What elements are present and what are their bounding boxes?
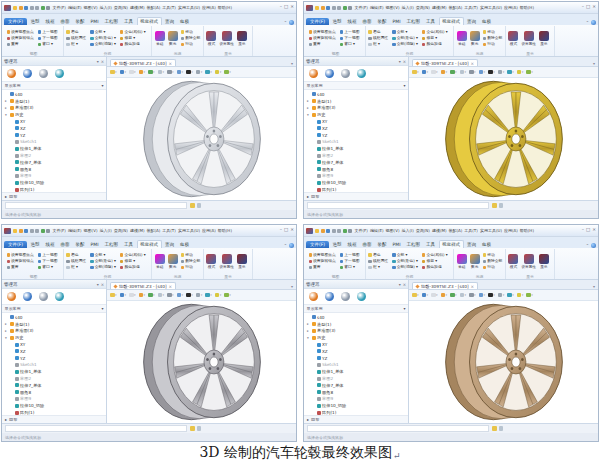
regen-icon[interactable] [343, 6, 347, 10]
display-mode-button[interactable]: 模式 [508, 31, 518, 46]
background-color-icon[interactable]: ▾ [488, 293, 495, 298]
section-view-icon[interactable]: ▾ [148, 293, 155, 298]
tree-item[interactable]: s40 [304, 91, 408, 98]
menu-item[interactable]: 视图(V) [385, 5, 400, 10]
light-toggle-icon[interactable]: ▾ [215, 293, 222, 298]
display-button[interactable]: 显示 [539, 31, 549, 46]
ribbon-tab[interactable]: 造型 [330, 18, 344, 26]
ribbon-tab[interactable]: 装配 [375, 241, 389, 249]
tree-item[interactable]: XY [2, 118, 106, 125]
tree-item[interactable]: 草图2 [304, 152, 408, 159]
color-enhance-button[interactable]: 颜色加强 [422, 264, 448, 270]
menu-item[interactable]: 查询(N) [113, 5, 128, 10]
tree-filter-label[interactable]: 显示常用 [307, 306, 323, 311]
tree-item[interactable]: ▾历史 [2, 111, 106, 118]
open-file-icon[interactable] [19, 229, 23, 233]
panel-close-icon[interactable]: × [403, 282, 406, 287]
shade-mode-icon[interactable]: ▾ [120, 70, 127, 75]
menu-item[interactable]: 查询(N) [113, 228, 128, 233]
list-filter-icon[interactable] [499, 426, 504, 431]
assembly-manager-icon[interactable] [325, 69, 334, 78]
pattern-display-icon[interactable]: ▾ [196, 70, 203, 75]
tree-item[interactable]: 草图9 [304, 173, 408, 180]
document-tab[interactable]: 轮毂-309T5E.Z3 - [s40] × [110, 59, 176, 66]
ribbon-tab[interactable]: 装配 [375, 18, 389, 26]
base-light-button[interactable]: 基础 [155, 31, 165, 46]
replay-bar[interactable]: ▸ 回放 [304, 192, 408, 200]
document-tab[interactable]: 轮毂-309T5E.Z3 - [s40] × [412, 59, 478, 66]
light-action-button[interactable]: 行动 [181, 41, 201, 47]
minimize-button[interactable]: – [582, 5, 584, 10]
model-viewport[interactable] [107, 78, 296, 200]
tree-item[interactable]: ▸基准面(3) [304, 328, 408, 335]
menu-item[interactable]: 文件(F) [52, 228, 66, 233]
regen-icon[interactable] [41, 229, 45, 233]
tree-item[interactable]: ▸造型(1) [2, 321, 106, 328]
menu-item[interactable]: 插入(I) [401, 5, 414, 10]
light-toggle-icon[interactable]: ▾ [215, 70, 222, 75]
ribbon-tab[interactable]: 曲面 [360, 241, 374, 249]
new-file-icon[interactable] [13, 6, 17, 10]
grid-display-icon[interactable]: ▾ [460, 293, 467, 298]
section-view-icon[interactable]: ▾ [148, 70, 155, 75]
menu-item[interactable]: 建模(M) [431, 228, 447, 233]
replay-bar[interactable]: ▸ 回放 [304, 415, 408, 423]
close-button[interactable]: × [592, 5, 596, 10]
save-icon[interactable] [326, 6, 330, 10]
menu-item[interactable]: 视图(V) [385, 228, 400, 233]
sketch-display-icon[interactable]: ▾ [469, 293, 476, 298]
view-manager-icon[interactable] [39, 69, 48, 78]
tree-item[interactable]: 圆角8 [2, 166, 106, 173]
tree-item[interactable]: ▾历史 [304, 111, 408, 118]
ribbon-tab[interactable]: 查询 [465, 18, 479, 26]
hidden-line-icon[interactable]: ▾ [139, 70, 146, 75]
menu-item[interactable]: 建模(M) [129, 5, 145, 10]
datum-display-icon[interactable]: ▾ [177, 293, 184, 298]
menu-item[interactable]: 视图(V) [83, 5, 98, 10]
wireframe-mode-icon[interactable]: ▾ [129, 70, 136, 75]
base-light-button[interactable]: 基础 [457, 31, 467, 46]
visual-manager-icon[interactable] [357, 292, 366, 301]
tree-item[interactable]: 拉伸10_切除 [2, 402, 106, 409]
view-manager-icon[interactable] [341, 69, 350, 78]
menu-item[interactable]: 应用(A) [503, 5, 518, 10]
document-tab[interactable]: 轮毂-309T5E.Z3 - [s40] × [110, 282, 176, 289]
tree-item[interactable]: XY [304, 341, 408, 348]
tree-item[interactable]: XZ [2, 348, 106, 355]
light-toggle-icon[interactable]: ▾ [517, 70, 524, 75]
save-icon[interactable] [24, 229, 28, 233]
ribbon-tab[interactable]: 线框 [43, 18, 57, 26]
close-button[interactable]: × [592, 228, 596, 233]
menu-item[interactable]: 建模(M) [129, 228, 145, 233]
save-icon[interactable] [326, 229, 330, 233]
tab-close-icon[interactable]: × [471, 284, 475, 289]
tree-item[interactable]: ▸基准面(3) [304, 105, 408, 112]
frame-button[interactable]: 框 ▾ [368, 41, 388, 47]
tree-item[interactable]: ▸造型(1) [2, 98, 106, 105]
menu-item[interactable]: 实用工具(U) [479, 5, 502, 10]
wireframe-mode-icon[interactable]: ▾ [431, 293, 438, 298]
history-manager-icon[interactable] [309, 69, 318, 78]
tree-item[interactable]: ▾历史 [2, 334, 106, 341]
tree-item[interactable]: 拉伸7_基体 [304, 382, 408, 389]
tree-item[interactable]: 草图2 [304, 375, 408, 382]
ribbon-tab[interactable]: 电极 [480, 18, 494, 26]
tree-filter-arrow-icon[interactable]: ▾ [403, 306, 405, 311]
tree-item[interactable]: Sketch1 [304, 139, 408, 146]
ribbon-tab[interactable]: 造型 [28, 241, 42, 249]
ribbon-tab[interactable]: 线框 [345, 241, 359, 249]
light-action-button[interactable]: 行动 [483, 41, 503, 47]
shade-mode-icon[interactable]: ▾ [422, 293, 429, 298]
menu-item[interactable]: 文件(F) [354, 228, 368, 233]
menu-item[interactable]: 应用(A) [201, 228, 216, 233]
open-file-icon[interactable] [321, 6, 325, 10]
visual-manager-icon[interactable] [55, 69, 64, 78]
reset-view-button[interactable]: 重置 [7, 41, 34, 47]
new-file-icon[interactable] [13, 229, 17, 233]
replay-bar[interactable]: ▸ 回放 [2, 415, 106, 423]
ribbon-tab[interactable]: 查询 [465, 241, 479, 249]
pick-filter-icon[interactable] [190, 203, 195, 208]
redo-icon[interactable] [337, 6, 341, 10]
menu-item[interactable]: 装配(A) [146, 5, 161, 10]
panel-pin-icon[interactable]: ▾ [399, 59, 401, 64]
